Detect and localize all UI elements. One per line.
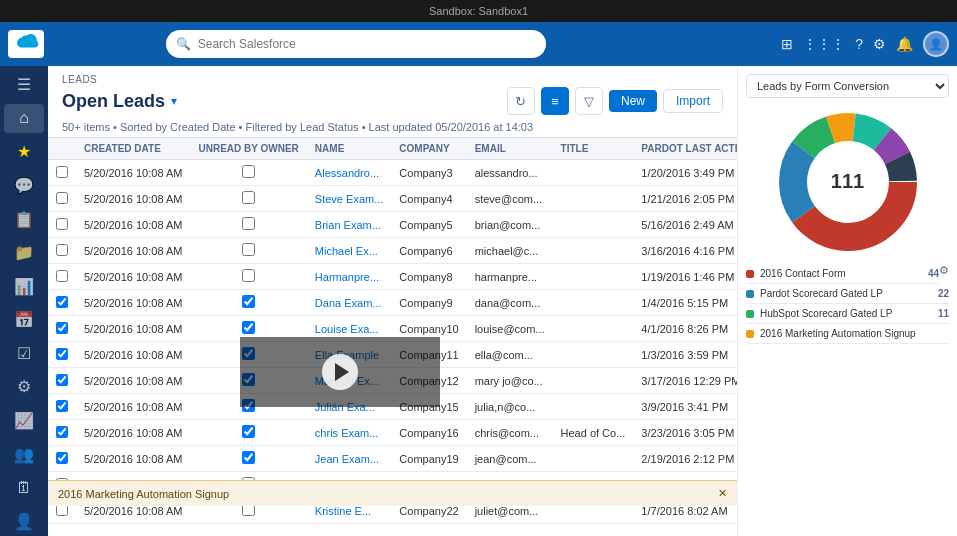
avatar[interactable]: 👤 bbox=[923, 31, 949, 57]
row-name[interactable]: Steve Exam... bbox=[307, 186, 391, 212]
sidebar-item-menu[interactable]: ☰ bbox=[4, 70, 44, 100]
row-email: ella@com... bbox=[467, 342, 553, 368]
row-checkbox[interactable] bbox=[56, 244, 68, 256]
row-email: mary jo@co... bbox=[467, 368, 553, 394]
right-panel: Leads by Form Conversion 111 ⚙ 2016 C bbox=[737, 66, 957, 536]
sidebar-item-events[interactable]: 🗓 bbox=[4, 473, 44, 503]
row-name[interactable]: Dana Exam... bbox=[307, 290, 391, 316]
sidebar-item-settings[interactable]: ⚙ bbox=[4, 372, 44, 402]
new-button[interactable]: New bbox=[609, 90, 657, 112]
row-checkbox[interactable] bbox=[56, 192, 68, 204]
row-unread bbox=[190, 186, 306, 212]
legend-label: 2016 Contact Form bbox=[760, 268, 846, 279]
row-email: jean@com... bbox=[467, 446, 553, 472]
title-dropdown-icon[interactable]: ▾ bbox=[171, 94, 177, 108]
panel-select[interactable]: Leads by Form Conversion bbox=[746, 74, 949, 98]
row-company: Company4 bbox=[391, 186, 466, 212]
sidebar-item-profile[interactable]: 👤 bbox=[4, 507, 44, 536]
row-checkbox[interactable] bbox=[56, 452, 68, 464]
panel-settings-icon[interactable]: ⚙ bbox=[939, 264, 949, 277]
filter-button[interactable]: ▽ bbox=[575, 87, 603, 115]
row-created-date: 5/20/2016 10:08 AM bbox=[76, 186, 190, 212]
row-checkbox[interactable] bbox=[56, 322, 68, 334]
col-company[interactable]: COMPANY bbox=[391, 138, 466, 160]
row-email: alessandro... bbox=[467, 160, 553, 186]
row-created-date: 5/20/2016 10:08 AM bbox=[76, 420, 190, 446]
legend-value: 11 bbox=[938, 308, 949, 319]
row-checkbox[interactable] bbox=[56, 296, 68, 308]
row-checkbox[interactable] bbox=[56, 218, 68, 230]
settings-icon[interactable]: ⚙ bbox=[873, 36, 886, 52]
sidebar-item-chatter[interactable]: 💬 bbox=[4, 171, 44, 201]
notification-close[interactable]: ✕ bbox=[718, 487, 727, 500]
list-view-button[interactable]: ≡ bbox=[541, 87, 569, 115]
row-checkbox[interactable] bbox=[56, 166, 68, 178]
row-checkbox[interactable] bbox=[56, 348, 68, 360]
row-title bbox=[553, 290, 634, 316]
sidebar-item-starred[interactable]: ★ bbox=[4, 137, 44, 167]
sidebar: ☰ ⌂ ★ 💬 📋 📁 📊 📅 ☑ ⚙ 📈 👥 🗓 👤 bbox=[0, 66, 48, 536]
bell-icon[interactable]: 🔔 bbox=[896, 36, 913, 52]
row-checkbox[interactable] bbox=[56, 374, 68, 386]
sidebar-item-users[interactable]: 👥 bbox=[4, 439, 44, 469]
search-input[interactable] bbox=[166, 30, 546, 58]
donut-chart: 111 bbox=[746, 106, 949, 256]
help-icon[interactable]: ? bbox=[855, 36, 863, 52]
legend-item: 2016 Contact Form 44 bbox=[746, 264, 939, 284]
table-wrap: CREATED DATE UNREAD BY OWNER NAME COMPAN… bbox=[48, 137, 737, 536]
row-name[interactable]: Harmanpre... bbox=[307, 264, 391, 290]
sidebar-item-home[interactable]: ⌂ bbox=[4, 104, 44, 134]
legend-dot bbox=[746, 330, 754, 338]
row-checkbox-cell bbox=[48, 290, 76, 316]
table-header-row: CREATED DATE UNREAD BY OWNER NAME COMPAN… bbox=[48, 138, 737, 160]
row-checkbox[interactable] bbox=[56, 400, 68, 412]
row-email: brian@com... bbox=[467, 212, 553, 238]
col-title[interactable]: TITLE bbox=[553, 138, 634, 160]
breadcrumb: LEADS bbox=[62, 74, 723, 85]
row-name[interactable]: Jean Exam... bbox=[307, 446, 391, 472]
page-title: Open Leads bbox=[62, 91, 165, 112]
row-name[interactable]: Alessandro... bbox=[307, 160, 391, 186]
row-email: steve@com... bbox=[467, 186, 553, 212]
row-created-date: 5/20/2016 10:08 AM bbox=[76, 264, 190, 290]
row-name[interactable]: chris Exam... bbox=[307, 420, 391, 446]
sidebar-item-cases[interactable]: 📁 bbox=[4, 238, 44, 268]
refresh-button[interactable]: ↻ bbox=[507, 87, 535, 115]
import-button[interactable]: Import bbox=[663, 89, 723, 113]
col-unread[interactable]: UNREAD BY OWNER bbox=[190, 138, 306, 160]
play-button[interactable] bbox=[322, 354, 358, 390]
row-created-date: 5/20/2016 10:08 AM bbox=[76, 316, 190, 342]
row-title bbox=[553, 446, 634, 472]
row-title bbox=[553, 342, 634, 368]
col-created-date[interactable]: CREATED DATE bbox=[76, 138, 190, 160]
row-activity: 4/1/2016 8:26 PM bbox=[633, 316, 737, 342]
col-email[interactable]: EMAIL bbox=[467, 138, 553, 160]
col-name[interactable]: NAME bbox=[307, 138, 391, 160]
apps-icon[interactable]: ⋮⋮⋮ bbox=[803, 36, 845, 52]
row-checkbox-cell bbox=[48, 342, 76, 368]
row-title bbox=[553, 212, 634, 238]
row-name[interactable]: Brian Exam... bbox=[307, 212, 391, 238]
row-created-date: 5/20/2016 10:08 AM bbox=[76, 212, 190, 238]
sidebar-item-reports[interactable]: 📊 bbox=[4, 271, 44, 301]
sidebar-item-analytics[interactable]: 📈 bbox=[4, 406, 44, 436]
row-created-date: 5/20/2016 10:08 AM bbox=[76, 446, 190, 472]
row-checkbox[interactable] bbox=[56, 270, 68, 282]
notification-text: 2016 Marketing Automation Signup bbox=[58, 488, 229, 500]
col-activity[interactable]: PARDOT LAST ACTIVITY bbox=[633, 138, 737, 160]
row-created-date: 5/20/2016 10:08 AM bbox=[76, 342, 190, 368]
add-icon[interactable]: ⊞ bbox=[781, 36, 793, 52]
row-created-date: 5/20/2016 10:08 AM bbox=[76, 368, 190, 394]
row-unread bbox=[190, 160, 306, 186]
sidebar-item-contacts[interactable]: 📋 bbox=[4, 204, 44, 234]
page-title-row: Open Leads ▾ ↻ ≡ ▽ New Import bbox=[62, 87, 723, 115]
table-row: 5/20/2016 10:08 AM Harmanpre... Company8… bbox=[48, 264, 737, 290]
row-checkbox[interactable] bbox=[56, 426, 68, 438]
sidebar-item-tasks[interactable]: ☑ bbox=[4, 339, 44, 369]
table-row: 5/20/2016 10:08 AM Michael Ex... Company… bbox=[48, 238, 737, 264]
sidebar-item-calendar[interactable]: 📅 bbox=[4, 305, 44, 335]
row-name[interactable]: Michael Ex... bbox=[307, 238, 391, 264]
row-unread bbox=[190, 264, 306, 290]
salesforce-logo[interactable] bbox=[8, 30, 44, 58]
row-activity: 5/16/2016 2:49 AM bbox=[633, 212, 737, 238]
